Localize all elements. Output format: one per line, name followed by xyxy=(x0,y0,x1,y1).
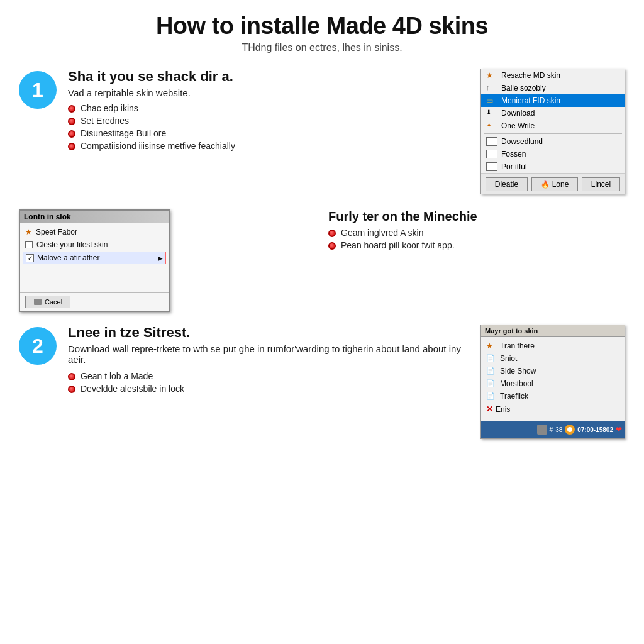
step2-heading: Lnee in tze Sitrest. xyxy=(68,325,468,341)
screenshot-item-sniot[interactable]: 📄 Sniot xyxy=(481,352,625,365)
menu-item-onewrile[interactable]: ✦ One Wrile xyxy=(481,119,625,132)
folder-icon: 📄 xyxy=(486,367,496,375)
bullet-dot xyxy=(68,386,75,393)
bullet-item: Pean hoard pill koor fwit app. xyxy=(328,240,625,250)
wand-icon: ✦ xyxy=(486,121,497,130)
step2-bullets: Gean t lob a Made Develdde alesIsbile in… xyxy=(68,371,468,394)
star-icon: ★ xyxy=(25,228,32,236)
bullet-item: Geam inglvred A skin xyxy=(328,228,625,238)
lone-button[interactable]: 🔥 Lone xyxy=(531,177,579,191)
page-subtitle: THdng files on ectres, lhes in siniss. xyxy=(19,42,625,53)
bullet-item: Disunestitage Buil ore xyxy=(68,128,468,138)
step2-content: Lnee in tze Sitrest. Download wall repre… xyxy=(68,325,625,439)
bullet-dot xyxy=(328,242,336,250)
menu-buttons-row: Dleatie 🔥 Lone Lincel xyxy=(481,173,625,194)
bullet-dot xyxy=(68,130,75,138)
dialog-title: Lontn in slok xyxy=(20,211,169,223)
lincel-button[interactable]: Lincel xyxy=(582,177,620,191)
checkbox-checked-icon: ✓ xyxy=(26,254,34,262)
bullet-dot xyxy=(328,230,336,237)
taskbar: # 38 07:00-15802 ❤ xyxy=(481,421,625,438)
step2-inner: Lnee in tze Sitrest. Download wall repre… xyxy=(68,325,625,439)
star-icon: ★ xyxy=(486,71,497,80)
mid-right: Furly ter on the Minechie Geam inglvred … xyxy=(328,209,625,312)
checkbox-icon xyxy=(486,137,497,146)
screenshot-title: Mayr got to skin xyxy=(481,325,625,337)
menu-item-download[interactable]: ⬇ Download xyxy=(481,107,625,119)
checkbox-icon xyxy=(486,162,497,171)
star-icon: ★ xyxy=(486,341,496,350)
context-menu: ★ Resache MD skin ↑ Balle sozobly ▭ Meni… xyxy=(480,69,625,194)
taskbar-time: 07:00-15802 xyxy=(577,426,613,433)
step2-number: 2 xyxy=(19,327,57,365)
win-screenshot: Mayr got to skin ★ Tran there 📄 Sniot 📄 xyxy=(480,325,625,439)
screenshot-item-enis[interactable]: ✕ Enis xyxy=(481,402,625,416)
fire-icon: 🔥 xyxy=(541,180,550,189)
cancel-button[interactable]: Cacel xyxy=(25,296,70,308)
step2-screenshot: Mayr got to skin ★ Tran there 📄 Sniot 📄 xyxy=(480,325,625,439)
checkbox-icon xyxy=(25,241,33,248)
heart-icon: ❤ xyxy=(616,425,622,434)
step1-desc: Vad a rerpitable skin website. xyxy=(68,87,468,98)
step1-content: Sha it you se shack dir a. Vad a rerpita… xyxy=(68,69,468,194)
taskbar-hash: # xyxy=(550,426,553,433)
mid-section: Lontn in slok ★ Speet Fabor Cleste your … xyxy=(19,209,625,312)
mid-bullets: Geam inglvred A skin Pean hoard pill koo… xyxy=(328,228,625,250)
bullet-dot xyxy=(68,143,75,150)
clock-icon xyxy=(565,425,575,435)
taskbar-icon-1 xyxy=(537,425,547,435)
screenshot-item-traefilck[interactable]: 📄 Traefilck xyxy=(481,390,625,402)
screenshot-item-tran[interactable]: ★ Tran there xyxy=(481,340,625,352)
mid-heading: Furly ter on the Minechie xyxy=(328,209,625,224)
dleatie-button[interactable]: Dleatie xyxy=(486,177,528,191)
folder-icon: 📄 xyxy=(486,379,496,388)
win-dialog: Lontn in slok ★ Speet Fabor Cleste your … xyxy=(19,209,170,312)
bullet-item: Develdde alesIsbile in lock xyxy=(68,384,468,394)
menu-item-menierat[interactable]: ▭ Menierat FID skin xyxy=(481,94,625,107)
menu-item-fossen[interactable]: Fossen xyxy=(481,148,625,160)
folder-icon: 📄 xyxy=(486,354,496,363)
download-icon: ⬇ xyxy=(486,109,497,118)
menu-item-balle[interactable]: ↑ Balle sozobly xyxy=(481,82,625,94)
menu-item-resache[interactable]: ★ Resache MD skin xyxy=(481,69,625,82)
dialog-footer: Cacel xyxy=(20,292,169,311)
svg-rect-0 xyxy=(34,299,42,305)
step2-desc: Download wall repre-trkete to wth se put… xyxy=(68,343,468,365)
cancel-icon xyxy=(33,298,42,306)
step2-left: Lnee in tze Sitrest. Download wall repre… xyxy=(68,325,468,439)
step1-side-panel: ★ Resache MD skin ↑ Balle sozobly ▭ Meni… xyxy=(480,69,625,194)
arrow-right-icon: ▶ xyxy=(158,255,163,262)
folder-icon: 📄 xyxy=(486,392,496,401)
screenshot-item-slideshow[interactable]: 📄 Slde Show xyxy=(481,365,625,377)
taskbar-num: 38 xyxy=(555,426,562,433)
step1-section: 1 Sha it you se shack dir a. Vad a rerpi… xyxy=(19,69,625,194)
dialog-item-speet[interactable]: ★ Speet Fabor xyxy=(20,226,169,238)
x-icon: ✕ xyxy=(486,404,493,414)
dialog-body: ★ Speet Fabor Cleste your filest skin ✓ … xyxy=(20,223,169,267)
page-title: How to installe Made 4D skins xyxy=(19,13,625,40)
bullet-item: Set Erednes xyxy=(68,116,468,126)
screenshot-item-morstbool[interactable]: 📄 Morstbool xyxy=(481,377,625,390)
menu-divider xyxy=(484,133,622,134)
checkbox-icon xyxy=(486,150,497,158)
dialog-item-cleste[interactable]: Cleste your filest skin xyxy=(20,238,169,251)
bullet-item: Chac edp ikins xyxy=(68,103,468,113)
folder-icon: ▭ xyxy=(486,96,497,105)
menu-item-poritful[interactable]: Por itful xyxy=(481,160,625,173)
screenshot-body: ★ Tran there 📄 Sniot 📄 Slde Show 📄 xyxy=(481,337,625,418)
step1-heading: Sha it you se shack dir a. xyxy=(68,69,468,85)
bullet-item: Gean t lob a Made xyxy=(68,371,468,381)
menu-item-dowsedlund[interactable]: Dowsedlund xyxy=(481,135,625,148)
arrow-up-icon: ↑ xyxy=(486,84,497,92)
bullet-dot xyxy=(68,105,75,113)
bullet-dot xyxy=(68,373,75,380)
step1-number: 1 xyxy=(19,71,57,109)
bullet-item: Compatiisiond iiisinse metfive feachiall… xyxy=(68,141,468,151)
mid-left: Lontn in slok ★ Speet Fabor Cleste your … xyxy=(19,209,316,312)
dialog-item-malove[interactable]: ✓ Malove a afir ather ▶ xyxy=(23,252,166,264)
step1-bullets: Chac edp ikins Set Erednes Disunestitage… xyxy=(68,103,468,151)
bullet-dot xyxy=(68,118,75,125)
step2-section: 2 Lnee in tze Sitrest. Download wall rep… xyxy=(19,325,625,439)
